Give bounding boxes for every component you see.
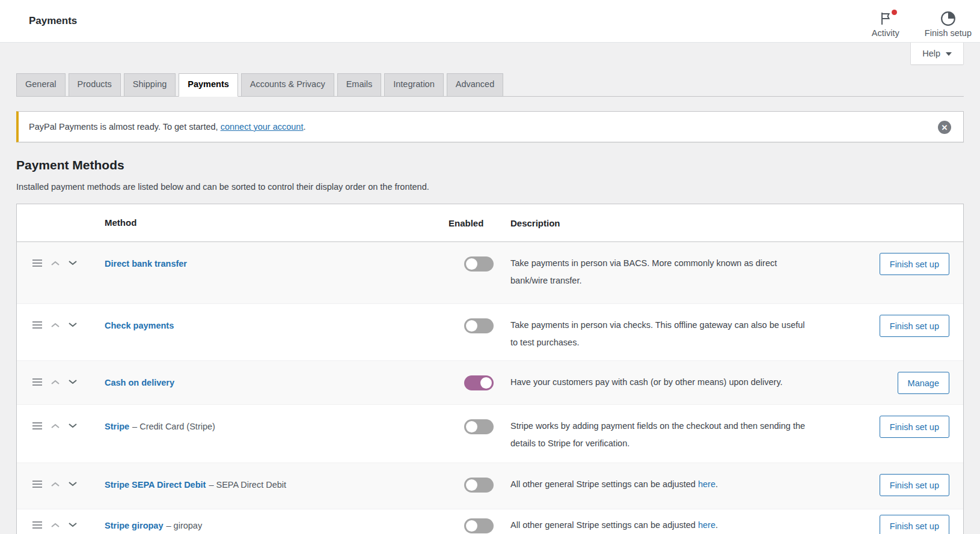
- payment-methods-table: Method Enabled Description Direct bank t…: [16, 204, 964, 534]
- method-suffix: – SEPA Direct Debit: [209, 480, 286, 490]
- activity-badge-dot: [892, 10, 897, 15]
- method-name-link[interactable]: Stripe SEPA Direct Debit: [105, 480, 206, 490]
- finish-setup-row-button[interactable]: Finish set up: [880, 253, 949, 275]
- description-text: Take payments in person via BACS. More c…: [510, 258, 777, 285]
- description-text: Have your customers pay with cash (or by…: [510, 377, 783, 387]
- chevron-up-icon[interactable]: [51, 260, 60, 266]
- paypal-notice-banner: PayPal Payments is almost ready. To get …: [16, 111, 964, 142]
- notice-text: PayPal Payments is almost ready. To get …: [29, 122, 306, 132]
- toggle-knob: [480, 377, 492, 389]
- pie-progress-icon: [940, 11, 956, 26]
- connect-account-link[interactable]: connect your account: [221, 122, 304, 132]
- drag-handle-icon[interactable]: [32, 521, 43, 529]
- finish-setup-button[interactable]: Finish setup: [925, 5, 972, 38]
- toggle-knob: [466, 520, 477, 532]
- tab-accounts-privacy[interactable]: Accounts & Privacy: [241, 73, 334, 97]
- description-text-after: .: [715, 520, 718, 530]
- toggle-knob: [466, 320, 477, 332]
- help-label: Help: [922, 49, 940, 58]
- manage-row-button[interactable]: Manage: [898, 372, 949, 394]
- chevron-up-icon[interactable]: [51, 423, 60, 429]
- finish-setup-label: Finish setup: [925, 28, 972, 38]
- enabled-toggle[interactable]: [464, 518, 494, 533]
- toggle-knob: [466, 421, 477, 432]
- enabled-toggle[interactable]: [464, 419, 494, 434]
- description-column-header: Description: [504, 218, 814, 228]
- toggle-knob: [466, 479, 477, 491]
- finish-setup-row-button[interactable]: Finish set up: [880, 416, 949, 438]
- table-header-row: Method Enabled Description: [17, 204, 963, 242]
- method-name-link[interactable]: Direct bank transfer: [105, 259, 187, 269]
- drag-handle-icon[interactable]: [32, 480, 43, 488]
- chevron-down-icon[interactable]: [68, 379, 78, 385]
- tab-products[interactable]: Products: [69, 73, 121, 97]
- table-row-check-payments: Check payments Take payments in person v…: [17, 303, 963, 360]
- payment-methods-title: Payment Methods: [16, 158, 964, 172]
- table-row-stripe-sepa: Stripe SEPA Direct Debit– SEPA Direct De…: [17, 463, 963, 509]
- settings-tab-bar: General Products Shipping Payments Accou…: [16, 73, 964, 97]
- chevron-down-icon[interactable]: [68, 423, 78, 429]
- chevron-down-icon[interactable]: [68, 260, 78, 266]
- chevron-down-icon[interactable]: [68, 481, 78, 487]
- enabled-toggle[interactable]: [464, 478, 494, 493]
- settings-content: General Products Shipping Payments Accou…: [0, 73, 980, 534]
- method-suffix: – Credit Card (Stripe): [132, 422, 215, 431]
- notice-text-before: PayPal Payments is almost ready. To get …: [29, 122, 221, 132]
- chevron-up-icon[interactable]: [51, 379, 60, 385]
- finish-setup-row-button[interactable]: Finish set up: [880, 515, 949, 534]
- method-name-link[interactable]: Stripe giropay: [105, 521, 164, 530]
- tab-general[interactable]: General: [16, 73, 66, 97]
- chevron-up-icon[interactable]: [51, 322, 60, 328]
- method-name-link[interactable]: Cash on delivery: [105, 378, 174, 387]
- tab-shipping[interactable]: Shipping: [124, 73, 176, 97]
- chevron-up-icon[interactable]: [51, 522, 60, 528]
- tab-payments[interactable]: Payments: [179, 73, 238, 97]
- chevron-up-icon[interactable]: [51, 481, 60, 487]
- table-row-stripe-giropay: Stripe giropay– giropay All other genera…: [17, 509, 963, 534]
- help-dropdown[interactable]: Help: [910, 43, 964, 65]
- drag-handle-icon[interactable]: [32, 422, 43, 430]
- description-link[interactable]: here: [698, 479, 715, 489]
- chevron-down-icon[interactable]: [68, 322, 78, 328]
- method-description: Stripe works by adding payment fields on…: [504, 405, 814, 452]
- method-description: Have your customers pay with cash (or by…: [504, 361, 814, 391]
- notice-text-after: .: [303, 122, 305, 132]
- method-name-link[interactable]: Check payments: [105, 321, 174, 330]
- description-text: Stripe works by adding payment fields on…: [510, 421, 805, 448]
- flag-icon: [878, 11, 893, 26]
- payments-settings-page: { "header": { "title": "Payments", "acti…: [0, 0, 980, 534]
- activity-button[interactable]: Activity: [867, 5, 904, 38]
- method-description: Take payments in person via checks. This…: [504, 304, 814, 351]
- tab-advanced[interactable]: Advanced: [447, 73, 504, 97]
- caret-down-icon: [946, 52, 952, 56]
- drag-handle-icon[interactable]: [32, 259, 43, 267]
- description-text: All other general Stripe settings can be…: [510, 520, 698, 530]
- method-description: All other general Stripe settings can be…: [504, 463, 814, 493]
- table-body: Direct bank transfer Take payments in pe…: [17, 242, 963, 534]
- drag-handle-icon[interactable]: [32, 321, 43, 329]
- method-name-link[interactable]: Stripe: [105, 422, 129, 431]
- enabled-toggle[interactable]: [464, 256, 494, 272]
- description-text-after: .: [715, 479, 718, 489]
- enabled-toggle[interactable]: [464, 375, 494, 390]
- description-link[interactable]: here: [698, 520, 715, 530]
- method-description: Take payments in person via BACS. More c…: [504, 242, 814, 290]
- description-text: Take payments in person via checks. This…: [510, 320, 805, 347]
- chevron-down-icon[interactable]: [68, 522, 78, 528]
- finish-setup-row-button[interactable]: Finish set up: [880, 474, 949, 496]
- page-header-title: Payments: [29, 15, 77, 27]
- method-column-header: Method: [91, 217, 449, 229]
- tab-emails[interactable]: Emails: [337, 73, 382, 97]
- finish-setup-row-button[interactable]: Finish set up: [880, 315, 949, 337]
- activity-label: Activity: [872, 28, 899, 38]
- method-suffix: – giropay: [167, 521, 203, 530]
- drag-handle-icon[interactable]: [32, 378, 43, 386]
- enabled-toggle[interactable]: [464, 318, 494, 333]
- tab-integration[interactable]: Integration: [384, 73, 444, 97]
- toggle-knob: [466, 258, 477, 270]
- description-text: All other general Stripe settings can be…: [510, 479, 698, 489]
- top-bar-actions: Activity Finish setup: [867, 5, 972, 38]
- top-bar: Payments Activity Finish setup: [0, 0, 980, 43]
- circle-close-icon[interactable]: ✕: [938, 121, 951, 134]
- table-row-direct-bank-transfer: Direct bank transfer Take payments in pe…: [17, 242, 963, 303]
